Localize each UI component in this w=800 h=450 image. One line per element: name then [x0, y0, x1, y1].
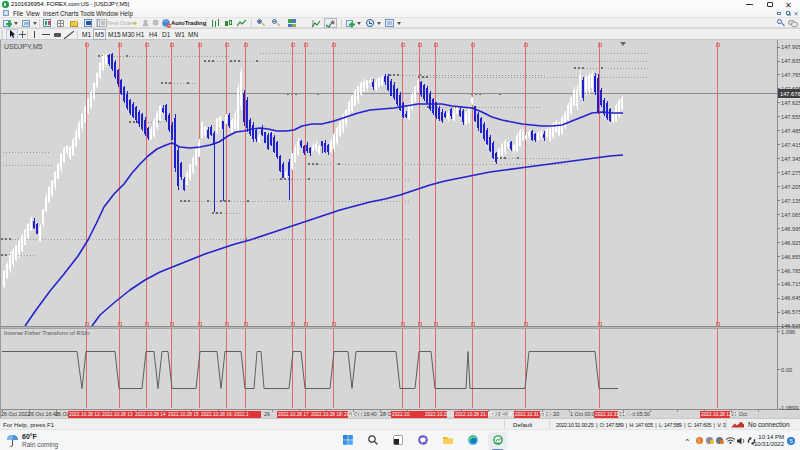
- svg-text:2022.10.31 04:05: 2022.10.31 04:05: [595, 412, 633, 417]
- svg-text:2022.10.28 15: 2022.10.28 15: [168, 412, 199, 417]
- svg-text:146.785: 146.785: [781, 268, 800, 274]
- svg-text:2022.1: 2022.1: [234, 412, 249, 417]
- svg-text:26 Oct 2022: 26 Oct 2022: [1, 411, 30, 417]
- svg-text:147.345: 147.345: [781, 156, 800, 162]
- svg-text:26: 26: [264, 411, 270, 417]
- svg-text:1 Oct 00:0: 1 Oct 00:0: [570, 411, 595, 417]
- svg-text:147.415: 147.415: [781, 142, 800, 148]
- svg-text:147.065: 147.065: [781, 212, 800, 218]
- svg-text:2022.10.28 14: 2022.10.28 14: [135, 412, 166, 417]
- svg-text:147.135: 147.135: [781, 198, 800, 204]
- svg-text:147.625: 147.625: [781, 100, 800, 106]
- svg-text:146.925: 146.925: [781, 240, 800, 246]
- svg-text:147.275: 147.275: [781, 170, 800, 176]
- svg-text:146.575: 146.575: [781, 309, 800, 315]
- svg-text:2022.10.28 12:05: 2022.10.28 12:05: [701, 412, 739, 417]
- svg-text:146.855: 146.855: [781, 254, 800, 260]
- svg-text:1.096: 1.096: [781, 329, 795, 335]
- svg-text:146.715: 146.715: [781, 281, 800, 287]
- svg-text:147.205: 147.205: [781, 184, 800, 190]
- svg-text:2022.10.28 17: 2022.10.28 17: [278, 412, 309, 417]
- svg-text:2022.10.31 01:05: 2022.10.31 01:05: [515, 412, 553, 417]
- svg-text:147.676: 147.676: [780, 91, 800, 97]
- svg-text:147.905: 147.905: [781, 44, 800, 50]
- svg-text:147.555: 147.555: [781, 114, 800, 120]
- svg-text:2022.10.28 13: 2022.10.28 13: [102, 412, 133, 417]
- svg-text:147.765: 147.765: [781, 72, 800, 78]
- svg-text:2022.10.: 2022.10.: [344, 412, 363, 417]
- svg-text:2022.10.: 2022.10.: [392, 412, 411, 417]
- svg-text:147.485: 147.485: [781, 128, 800, 134]
- svg-text:146.995: 146.995: [781, 226, 800, 232]
- svg-text:USDJPY,M5: USDJPY,M5: [4, 43, 42, 50]
- svg-text:Inverse Fisher Transform of RS: Inverse Fisher Transform of RSIn: [4, 330, 89, 336]
- svg-text:146.645: 146.645: [781, 295, 800, 301]
- svg-text:147.835: 147.835: [781, 58, 800, 64]
- svg-text:0.00: 0.00: [781, 367, 792, 373]
